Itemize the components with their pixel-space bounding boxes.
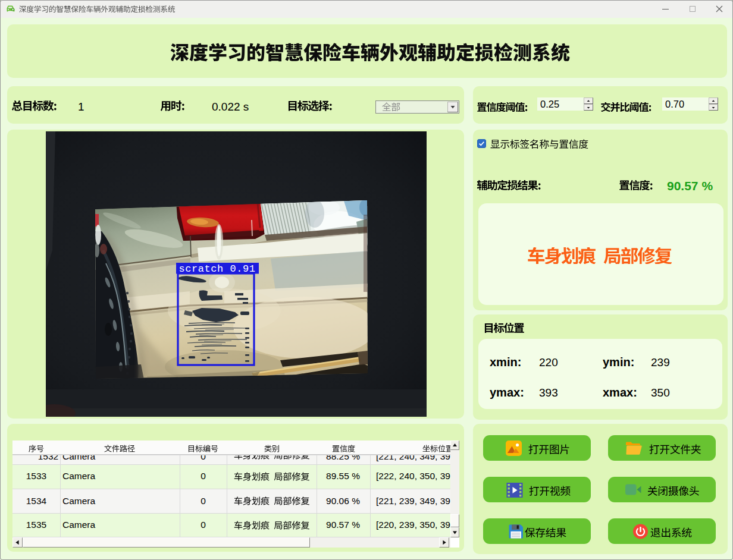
svg-text:scratch 0.91: scratch 0.91 [179,263,256,275]
